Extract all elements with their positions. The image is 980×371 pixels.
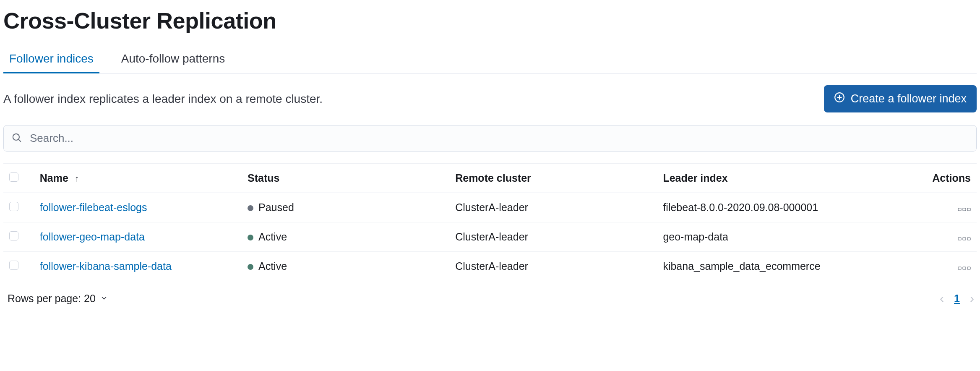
page-number-current[interactable]: 1 xyxy=(954,293,960,305)
next-page-button[interactable]: › xyxy=(970,291,974,306)
previous-page-button[interactable]: ‹ xyxy=(940,291,944,306)
row-actions-button[interactable] xyxy=(958,266,971,270)
status-label: Active xyxy=(258,231,287,243)
select-all-checkbox[interactable] xyxy=(9,172,18,182)
status-active-icon xyxy=(248,235,253,240)
remote-cluster-cell: ClusterA-leader xyxy=(449,193,657,222)
status-cell: Active xyxy=(242,252,449,281)
svg-point-3 xyxy=(13,133,19,140)
follower-index-name-link[interactable]: follower-filebeat-eslogs xyxy=(34,193,242,222)
svg-rect-8 xyxy=(958,238,961,240)
column-header-leader-index[interactable]: Leader index xyxy=(657,164,903,193)
status-label: Active xyxy=(258,260,287,272)
status-cell: Paused xyxy=(242,193,449,222)
chevron-down-icon xyxy=(100,293,108,305)
svg-rect-13 xyxy=(967,267,970,269)
svg-rect-9 xyxy=(963,238,966,240)
status-paused-icon xyxy=(248,205,253,211)
page-title: Cross-Cluster Replication xyxy=(3,8,977,34)
description-text: A follower index replicates a leader ind… xyxy=(3,92,323,106)
svg-rect-10 xyxy=(967,238,970,240)
status-active-icon xyxy=(248,264,253,270)
svg-rect-5 xyxy=(958,208,961,211)
plus-circle-icon xyxy=(834,92,845,106)
leader-index-cell: filebeat-8.0.0-2020.09.08-000001 xyxy=(657,193,903,222)
rows-per-page-label: Rows per page: 20 xyxy=(8,293,96,305)
tab-follower-indices[interactable]: Follower indices xyxy=(3,46,99,73)
status-cell: Active xyxy=(242,222,449,252)
column-header-status[interactable]: Status xyxy=(242,164,449,193)
svg-line-4 xyxy=(18,139,21,141)
column-header-name[interactable]: Name ↑ xyxy=(34,164,242,193)
rows-per-page-selector[interactable]: Rows per page: 20 xyxy=(3,293,108,305)
table-row: follower-kibana-sample-dataActiveCluster… xyxy=(3,252,977,281)
column-header-remote-cluster[interactable]: Remote cluster xyxy=(449,164,657,193)
tabs: Follower indices Auto-follow patterns xyxy=(3,46,977,73)
leader-index-cell: kibana_sample_data_ecommerce xyxy=(657,252,903,281)
row-checkbox[interactable] xyxy=(9,231,18,240)
search-icon xyxy=(11,132,22,145)
row-actions-button[interactable] xyxy=(958,237,971,240)
table-row: follower-geo-map-dataActiveClusterA-lead… xyxy=(3,222,977,252)
create-button-label: Create a follower index xyxy=(851,92,967,105)
pagination: ‹ 1 › xyxy=(940,291,977,306)
leader-index-cell: geo-map-data xyxy=(657,222,903,252)
row-checkbox[interactable] xyxy=(9,261,18,270)
remote-cluster-cell: ClusterA-leader xyxy=(449,222,657,252)
follower-indices-table: Name ↑ Status Remote cluster Leader inde… xyxy=(3,163,977,281)
search-input[interactable] xyxy=(29,131,969,145)
svg-rect-7 xyxy=(967,208,970,211)
svg-rect-6 xyxy=(963,208,966,211)
remote-cluster-cell: ClusterA-leader xyxy=(449,252,657,281)
follower-index-name-link[interactable]: follower-geo-map-data xyxy=(34,222,242,252)
svg-rect-12 xyxy=(963,267,966,269)
svg-rect-11 xyxy=(958,267,961,269)
sort-ascending-icon: ↑ xyxy=(75,173,79,184)
column-header-actions: Actions xyxy=(904,164,977,193)
tab-auto-follow-patterns[interactable]: Auto-follow patterns xyxy=(115,46,231,73)
search-box[interactable] xyxy=(3,125,977,152)
row-checkbox[interactable] xyxy=(9,202,18,211)
status-label: Paused xyxy=(258,201,294,213)
column-name-label: Name xyxy=(40,172,68,184)
create-follower-index-button[interactable]: Create a follower index xyxy=(824,85,977,112)
follower-index-name-link[interactable]: follower-kibana-sample-data xyxy=(34,252,242,281)
row-actions-button[interactable] xyxy=(958,208,971,211)
table-row: follower-filebeat-eslogsPausedClusterA-l… xyxy=(3,193,977,222)
